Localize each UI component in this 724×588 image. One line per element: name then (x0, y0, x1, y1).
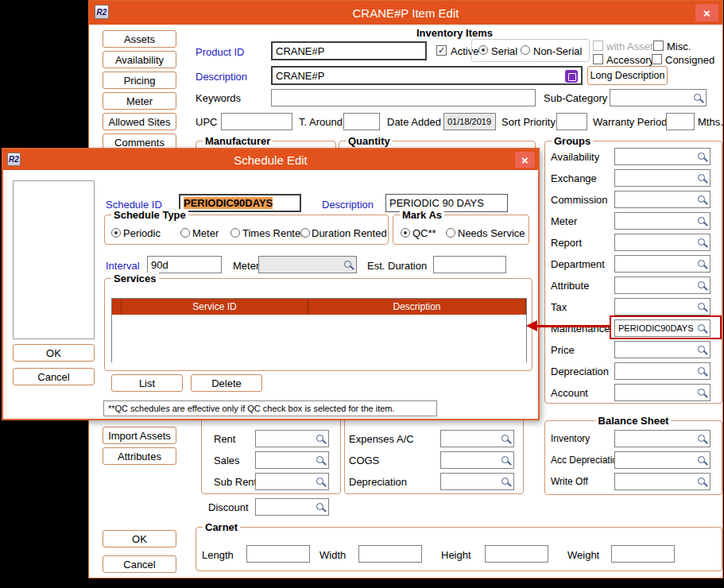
qc-radio[interactable] (401, 228, 410, 238)
accounts-input-sub-rent[interactable] (255, 473, 329, 490)
interval-input[interactable]: 90d (147, 256, 222, 273)
balance-input-acc-depreciation[interactable] (614, 451, 710, 469)
accounts-input-depreciation[interactable] (440, 473, 514, 490)
serial-label[interactable]: Serial (491, 45, 517, 57)
search-icon[interactable] (693, 93, 704, 104)
consigned-checkbox[interactable] (652, 54, 662, 64)
accounts-input-rent[interactable] (255, 430, 329, 447)
accounts-input-cogs[interactable] (440, 451, 514, 469)
active-checkbox[interactable]: ✓ (436, 45, 447, 56)
needs-service-label[interactable]: Needs Service (458, 227, 525, 239)
upc-input[interactable] (221, 113, 292, 130)
search-icon[interactable] (501, 477, 512, 488)
periodic-label[interactable]: Periodic (123, 227, 161, 239)
misc-checkbox[interactable] (653, 41, 664, 51)
times-rented-radio[interactable] (230, 228, 240, 238)
groups-input-department[interactable] (614, 255, 710, 273)
search-icon[interactable] (501, 455, 512, 466)
search-icon[interactable] (697, 302, 708, 313)
non-serial-radio[interactable] (521, 45, 530, 55)
search-icon[interactable] (697, 280, 708, 292)
search-icon[interactable] (697, 259, 708, 270)
search-icon[interactable] (697, 434, 708, 445)
carnet-input-weight[interactable] (611, 545, 675, 563)
sidebar-button-import-assets[interactable]: Import Assets (103, 427, 176, 444)
delete-button[interactable]: Delete (191, 374, 262, 392)
serial-radio[interactable] (478, 45, 488, 55)
keywords-input[interactable] (271, 89, 536, 106)
misc-label[interactable]: Misc. (667, 41, 691, 52)
accounts-input-expenses[interactable] (440, 430, 514, 447)
search-icon[interactable] (697, 345, 708, 356)
search-icon[interactable] (697, 195, 708, 206)
groups-input-account[interactable] (614, 384, 710, 401)
cancel-button[interactable]: Cancel (103, 555, 176, 573)
meter-type-label[interactable]: Meter (192, 227, 219, 239)
search-icon[interactable] (316, 455, 327, 466)
schedule-ok-button[interactable]: OK (13, 344, 95, 362)
t-around-input[interactable] (343, 113, 380, 130)
list-button[interactable]: List (111, 374, 183, 392)
long-description-button[interactable]: Long Description (587, 66, 668, 85)
search-icon[interactable] (697, 152, 708, 163)
qc-label[interactable]: QC** (412, 227, 436, 239)
discount-input[interactable] (255, 498, 329, 516)
search-icon[interactable] (697, 216, 708, 227)
balance-input-write-off[interactable] (614, 473, 710, 490)
accessory-label[interactable]: Accessory (606, 54, 654, 66)
schedule-cancel-button[interactable]: Cancel (13, 368, 95, 385)
description-input[interactable]: CRANE#P (271, 66, 583, 85)
sidebar-button-meter[interactable]: Meter (103, 92, 176, 110)
meter-type-radio[interactable] (180, 228, 190, 238)
schedule-id-input[interactable]: PERIODIC90DAYS (179, 194, 301, 212)
rich-text-icon[interactable] (565, 70, 578, 83)
ok-button[interactable]: OK (103, 530, 176, 547)
search-icon[interactable] (697, 388, 708, 399)
groups-input-exchange[interactable] (614, 169, 710, 187)
groups-input-tax[interactable] (614, 298, 710, 315)
product-id-input[interactable]: CRANE#P (271, 41, 427, 60)
search-icon[interactable] (697, 366, 708, 377)
groups-input-availability[interactable] (614, 148, 710, 165)
search-icon[interactable] (316, 502, 327, 513)
search-icon[interactable] (697, 238, 708, 249)
search-icon[interactable] (316, 434, 327, 445)
duration-rented-radio[interactable] (300, 228, 310, 238)
est-duration-input[interactable] (433, 256, 506, 273)
search-icon[interactable] (501, 434, 512, 445)
sort-priority-input[interactable] (556, 113, 587, 130)
carnet-input-height[interactable] (485, 545, 548, 563)
balance-input-inventory[interactable] (614, 430, 710, 447)
times-rented-label[interactable]: Times Rented (242, 227, 306, 239)
schedule-list[interactable] (13, 180, 95, 339)
warranty-period-input[interactable] (666, 113, 695, 130)
search-icon[interactable] (316, 477, 327, 488)
search-icon[interactable] (697, 455, 708, 466)
consigned-label[interactable]: Consigned (665, 54, 714, 66)
non-serial-label[interactable]: Non-Serial (533, 45, 582, 57)
sidebar-button-availability[interactable]: Availability (103, 51, 176, 68)
groups-input-commission[interactable] (614, 191, 710, 208)
groups-input-meter[interactable] (614, 212, 710, 230)
search-icon[interactable] (697, 477, 708, 488)
groups-input-attribute[interactable] (614, 277, 710, 294)
search-icon[interactable] (697, 173, 708, 184)
carnet-input-width[interactable] (358, 545, 422, 563)
sidebar-button-assets[interactable]: Assets (103, 30, 176, 48)
carnet-input-length[interactable] (246, 545, 310, 563)
needs-service-radio[interactable] (446, 228, 455, 238)
accounts-input-sales[interactable] (255, 451, 329, 469)
accessory-checkbox[interactable] (593, 54, 603, 64)
services-table-body[interactable] (112, 315, 526, 363)
close-icon[interactable]: × (695, 4, 718, 21)
groups-input-depreciation[interactable] (614, 362, 710, 380)
sub-category-input[interactable] (610, 89, 707, 106)
duration-rented-label[interactable]: Duration Rented (312, 227, 387, 239)
sidebar-button-allowed-sites[interactable]: Allowed Sites (103, 113, 176, 130)
periodic-radio[interactable] (111, 228, 121, 238)
sidebar-button-attributes[interactable]: Attributes (103, 447, 176, 465)
close-icon[interactable]: × (515, 152, 535, 168)
sidebar-button-pricing[interactable]: Pricing (103, 72, 176, 89)
groups-input-report[interactable] (614, 234, 710, 251)
groups-input-price[interactable] (614, 341, 710, 358)
